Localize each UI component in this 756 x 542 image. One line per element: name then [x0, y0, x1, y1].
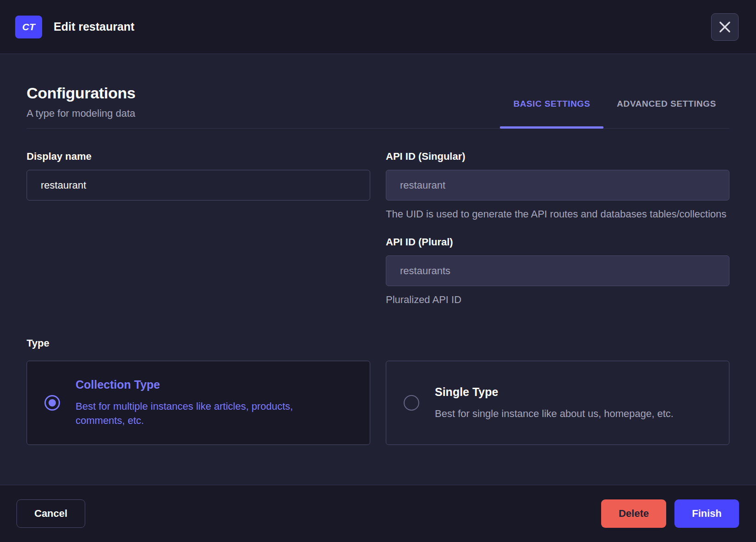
- radio-unselected-icon: [404, 395, 419, 411]
- radio-dot: [49, 399, 56, 406]
- edit-content-type-modal: CT Edit restaurant Configurations A type…: [0, 0, 756, 542]
- type-option-single-title: Single Type: [435, 385, 674, 399]
- modal-header: CT Edit restaurant: [0, 0, 756, 54]
- type-option-single-description: Best for single instance like about us, …: [435, 406, 674, 421]
- cancel-button[interactable]: Cancel: [16, 499, 85, 528]
- tab-advanced-settings-label: ADVANCED SETTINGS: [617, 99, 716, 108]
- modal-footer: Cancel Delete Finish: [0, 485, 756, 542]
- tab-basic-settings[interactable]: BASIC SETTINGS: [500, 99, 603, 128]
- page-subtitle: A type for modeling data: [27, 108, 136, 119]
- api-id-singular-field: API ID (Singular) The UID is used to gen…: [386, 151, 729, 221]
- api-id-plural-input: [386, 255, 729, 286]
- content-type-badge-label: CT: [22, 22, 35, 33]
- type-option-collection-text: Collection Type Best for multiple instan…: [76, 378, 370, 428]
- content-type-badge: CT: [15, 16, 42, 38]
- footer-actions: Delete Finish: [601, 499, 739, 528]
- tab-basic-settings-label: BASIC SETTINGS: [513, 99, 590, 108]
- modal-title: Edit restaurant: [54, 20, 134, 33]
- type-cards: Collection Type Best for multiple instan…: [27, 361, 729, 445]
- api-id-plural-hint: Pluralized API ID: [386, 293, 729, 307]
- settings-tabs: BASIC SETTINGS ADVANCED SETTINGS: [500, 99, 729, 128]
- display-name-label: Display name: [27, 151, 370, 163]
- type-option-single[interactable]: Single Type Best for single instance lik…: [386, 361, 729, 445]
- api-id-plural-label: API ID (Plural): [386, 236, 729, 248]
- page-title: Configurations: [27, 84, 136, 102]
- type-label: Type: [27, 337, 729, 349]
- type-option-collection[interactable]: Collection Type Best for multiple instan…: [27, 361, 370, 445]
- modal-body: Configurations A type for modeling data …: [0, 54, 756, 485]
- display-name-field: Display name: [27, 151, 370, 201]
- type-option-collection-description: Best for multiple instances like article…: [76, 399, 342, 428]
- type-option-single-text: Single Type Best for single instance lik…: [435, 385, 701, 421]
- close-icon: [718, 21, 731, 33]
- delete-button[interactable]: Delete: [601, 499, 666, 528]
- form-column-right: API ID (Singular) The UID is used to gen…: [386, 151, 729, 307]
- api-id-plural-field: API ID (Plural) Pluralized API ID: [386, 236, 729, 307]
- intro-row: Configurations A type for modeling data …: [27, 54, 729, 129]
- intro-text: Configurations A type for modeling data: [27, 84, 136, 128]
- close-button[interactable]: [711, 13, 739, 41]
- api-id-singular-input: [386, 170, 729, 201]
- type-option-collection-title: Collection Type: [76, 378, 342, 391]
- api-id-singular-hint: The UID is used to generate the API rout…: [386, 207, 729, 221]
- tab-advanced-settings[interactable]: ADVANCED SETTINGS: [603, 99, 729, 128]
- display-name-input[interactable]: [27, 170, 370, 201]
- form-column-left: Display name: [27, 151, 370, 307]
- radio-selected-icon: [44, 395, 60, 411]
- active-tab-underline: [500, 126, 603, 129]
- finish-button[interactable]: Finish: [674, 499, 739, 528]
- api-id-singular-label: API ID (Singular): [386, 151, 729, 163]
- form-grid: Display name API ID (Singular) The UID i…: [27, 151, 729, 307]
- type-section: Type Collection Type Best for multiple i…: [27, 337, 729, 445]
